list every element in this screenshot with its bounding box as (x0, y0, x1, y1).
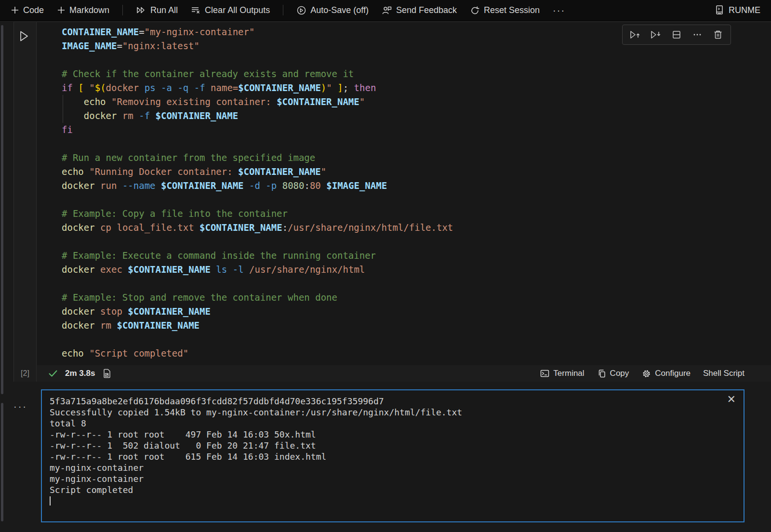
code-line: fi (62, 123, 771, 137)
add-code-label: Code (23, 5, 44, 15)
code-line: # Example: Execute a command inside the … (62, 249, 771, 263)
code-line: # Example: Copy a file into the containe… (62, 207, 771, 221)
cell-status-bar: [2] 2m 3.8s Terminal Copy (14, 365, 771, 382)
configure-label: Configure (655, 369, 691, 378)
close-output-button[interactable]: ✕ (727, 394, 736, 405)
run-all-label: Run All (150, 5, 178, 15)
run-all-button[interactable]: Run All (136, 5, 178, 15)
send-feedback-label: Send Feedback (396, 5, 457, 15)
split-cell-icon (671, 29, 682, 40)
output-line: my-nginx-container (50, 462, 736, 473)
feedback-person-icon (382, 5, 392, 15)
auto-save-toggle[interactable]: Auto-Save (off) (296, 5, 369, 15)
output-line: -rw-r--r-- 1 502 dialout 0 Feb 20 21:47 … (50, 440, 736, 451)
reset-session-label: Reset Session (484, 5, 540, 15)
add-markdown-cell-button[interactable]: Markdown (57, 5, 109, 15)
code-line: echo "Running Docker container: $CONTAIN… (62, 165, 771, 179)
code-line: # Check if the container already exists … (62, 67, 771, 81)
terminal-output: 5f3a715a9a8be2efd6176bdaa096f3fcdd82f57d… (42, 390, 744, 511)
cell-more-actions-button[interactable] (689, 27, 706, 43)
code-cell: CONTAINER_NAME="my-nginx-container"IMAGE… (13, 22, 771, 382)
toolbar-divider (122, 5, 123, 15)
delete-cell-button[interactable] (709, 27, 727, 43)
code-line: docker run --name $CONTAINER_NAME -d -p … (62, 179, 771, 193)
terminal-icon (540, 369, 550, 378)
output-line: -rw-r--r-- 1 root root 497 Feb 14 16:03 … (50, 429, 736, 440)
play-down-icon (650, 29, 662, 40)
runme-logo-icon (714, 4, 725, 16)
language-picker[interactable]: Shell Script (703, 369, 744, 378)
clear-all-outputs-button[interactable]: Clear All Outputs (191, 5, 270, 15)
copy-label: Copy (610, 369, 629, 378)
add-code-cell-button[interactable]: Code (11, 5, 44, 15)
ellipsis-icon: ··· (13, 401, 27, 412)
code-line: docker rm $CONTAINER_NAME (62, 319, 771, 332)
code-line (62, 137, 771, 151)
copy-icon (597, 369, 607, 378)
close-icon: ✕ (727, 393, 736, 405)
add-markdown-label: Markdown (69, 5, 109, 15)
play-up-icon (629, 29, 641, 40)
terminal-label: Terminal (553, 369, 584, 378)
output-line: Script completed (50, 484, 736, 495)
code-line: echo "Script completed" (62, 346, 771, 360)
success-check-icon (48, 369, 58, 378)
terminal-button[interactable]: Terminal (540, 369, 584, 378)
execute-above-button[interactable] (626, 27, 644, 43)
code-line: if [ "$(docker ps -a -q -f name=$CONTAIN… (62, 81, 771, 95)
output-line: my-nginx-container (50, 473, 736, 484)
reset-session-button[interactable]: Reset Session (470, 5, 540, 15)
send-feedback-button[interactable]: Send Feedback (382, 5, 457, 15)
code-line: # Example: Stop and remove the container… (62, 291, 771, 305)
output-line: total 8 (50, 418, 736, 429)
code-line: # Run a new container from the specified… (62, 151, 771, 165)
code-line: docker exec $CONTAINER_NAME ls -l /usr/s… (62, 263, 771, 277)
notebook-toolbar: Code Markdown Run All Clear All Outputs … (0, 0, 771, 21)
run-cell-button[interactable] (18, 29, 32, 43)
execute-below-button[interactable] (647, 27, 665, 43)
copy-button[interactable]: Copy (597, 369, 629, 378)
code-line (62, 332, 771, 346)
code-line: docker stop $CONTAINER_NAME (62, 305, 771, 319)
auto-save-label: Auto-Save (off) (310, 5, 369, 15)
trash-icon (713, 29, 723, 40)
output-menu-button[interactable]: ··· (13, 401, 33, 412)
terminal-cursor (50, 496, 51, 505)
runme-label: RUNME (729, 5, 760, 15)
language-label: Shell Script (703, 369, 744, 378)
cell-gutter (14, 22, 37, 382)
code-editor-area[interactable]: CONTAINER_NAME="my-nginx-container"IMAGE… (37, 22, 771, 360)
execution-count: [2] (14, 369, 36, 378)
cell-editor[interactable]: CONTAINER_NAME="my-nginx-container"IMAGE… (37, 22, 771, 365)
execution-duration: 2m 3.8s (65, 369, 95, 378)
session-output-file-icon[interactable] (102, 368, 112, 379)
code-line (62, 193, 771, 207)
play-icon (18, 29, 30, 43)
code-line (62, 277, 771, 291)
code-line (62, 53, 771, 67)
cell-toolbar (622, 25, 731, 45)
code-line: docker cp local_file.txt $CONTAINER_NAME… (62, 221, 771, 235)
ellipsis-icon (692, 29, 703, 40)
gear-icon (641, 369, 651, 379)
clear-outputs-icon (191, 5, 201, 15)
configure-button[interactable]: Configure (641, 369, 691, 379)
refresh-icon (470, 5, 480, 15)
plus-icon (11, 6, 19, 14)
code-line (62, 235, 771, 249)
output-line: Successfully copied 1.54kB to my-nginx-c… (50, 407, 736, 418)
clear-all-outputs-label: Clear All Outputs (205, 5, 270, 15)
auto-save-icon (296, 5, 306, 15)
toolbar-divider (283, 5, 283, 15)
toolbar-more-button[interactable]: ··· (553, 5, 565, 16)
split-cell-button[interactable] (668, 27, 685, 43)
cell-focus-indicator (1, 25, 3, 394)
output-line: -rw-r--r-- 1 root root 615 Feb 14 16:03 … (50, 451, 736, 462)
output-line: 5f3a715a9a8be2efd6176bdaa096f3fcdd82f57d… (50, 396, 736, 407)
ellipsis-icon: ··· (553, 5, 565, 16)
cell-output-panel[interactable]: 5f3a715a9a8be2efd6176bdaa096f3fcdd82f57d… (41, 389, 744, 522)
runme-brand[interactable]: RUNME (714, 4, 760, 16)
output-focus-indicator (1, 403, 3, 521)
code-line: docker rm -f $CONTAINER_NAME (62, 109, 771, 123)
plus-icon (57, 6, 66, 14)
